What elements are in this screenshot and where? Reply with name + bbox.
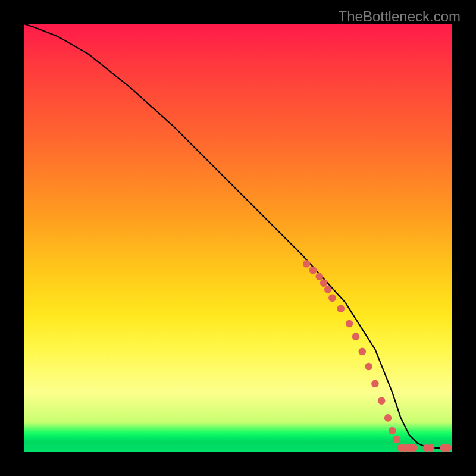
chart-frame: TheBottleneck.com (0, 0, 476, 476)
marker-dot (328, 295, 336, 302)
marker-dot (378, 397, 386, 405)
marker-dot (359, 348, 367, 356)
marker-dot (365, 363, 372, 371)
plot-area (24, 24, 452, 452)
marker-dot (410, 444, 418, 452)
marker-dot (303, 260, 311, 268)
marker-dot (337, 305, 345, 313)
marker-dot (427, 444, 435, 452)
marker-dot (389, 427, 396, 435)
marker-dot (393, 436, 400, 443)
watermark-text: TheBottleneck.com (339, 8, 461, 25)
marker-dot (320, 279, 328, 287)
marker-dot (316, 273, 324, 281)
marker-dot (444, 444, 452, 452)
marker-dot (352, 333, 360, 340)
curve-layer (24, 24, 452, 452)
marker-dot (371, 380, 379, 388)
marker-dot (309, 267, 317, 274)
marker-dot (384, 414, 392, 422)
bottleneck-curve (24, 24, 452, 448)
marker-dot (346, 320, 353, 328)
marker-dot (324, 286, 332, 293)
